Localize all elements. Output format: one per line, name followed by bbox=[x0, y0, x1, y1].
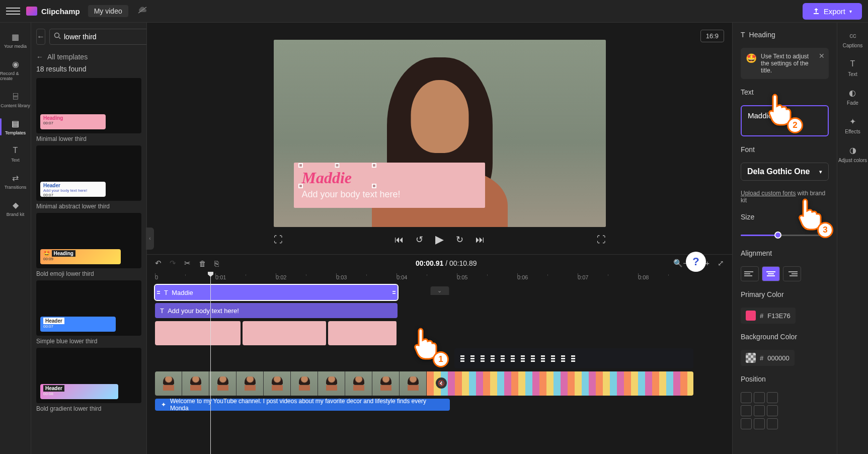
text-icon: T bbox=[741, 31, 745, 39]
captions-icon: ㏄ bbox=[847, 30, 858, 41]
search-icon bbox=[54, 32, 61, 41]
template-card[interactable]: Heading00:07 Minimal lower third bbox=[36, 78, 141, 142]
svg-rect-0 bbox=[814, 13, 819, 14]
template-card[interactable]: HeaderAdd your body text here!00:07 Mini… bbox=[36, 145, 141, 210]
font-label: Font bbox=[741, 145, 829, 154]
rail-your-media[interactable]: ▦Your media bbox=[0, 27, 31, 54]
preview-canvas[interactable]: Maddie Add your body text here! bbox=[274, 40, 606, 227]
breadcrumb-all-templates[interactable]: ← All templates bbox=[31, 51, 146, 65]
undo-icon[interactable]: ↶ bbox=[155, 259, 162, 268]
primary-color-label: Primary Color bbox=[741, 290, 829, 298]
position-grid[interactable] bbox=[741, 392, 829, 429]
close-icon[interactable]: ✕ bbox=[819, 52, 825, 60]
alignment-label: Alignment bbox=[741, 249, 829, 257]
text-icon: T bbox=[847, 58, 858, 69]
pos-bc[interactable] bbox=[754, 418, 765, 429]
rewind-icon[interactable]: ↺ bbox=[416, 234, 423, 245]
rail-fade[interactable]: ◐Fade bbox=[847, 87, 858, 106]
cut-icon[interactable]: ✂ bbox=[184, 259, 191, 268]
forward-icon[interactable]: ↻ bbox=[456, 234, 463, 245]
rail-templates[interactable]: ▤Templates bbox=[0, 113, 31, 140]
timeline-timecode: 00:00.91 / 00:10.89 bbox=[416, 259, 477, 267]
video-track[interactable]: 🔇 bbox=[155, 371, 693, 396]
pos-br[interactable] bbox=[767, 418, 778, 429]
selection-handles[interactable] bbox=[301, 166, 374, 186]
project-title[interactable]: My video bbox=[88, 5, 128, 17]
delete-icon[interactable]: 🗑 bbox=[199, 259, 206, 268]
clip-resize-right[interactable] bbox=[392, 287, 396, 298]
text-track-maddie[interactable]: T Maddie bbox=[155, 285, 398, 300]
timeline[interactable]: 00:010:020:030:040:050:060:070:08 T Madd… bbox=[147, 272, 732, 454]
collapse-sidebar-toggle[interactable]: ‹ bbox=[146, 228, 154, 250]
rail-adjust[interactable]: ◑Adjust colors bbox=[838, 144, 867, 163]
slider-thumb[interactable] bbox=[774, 232, 781, 239]
align-right[interactable] bbox=[783, 266, 801, 281]
zoom-out-icon[interactable]: 🔍− bbox=[673, 259, 687, 268]
split-icon[interactable]: ⎘ bbox=[214, 259, 219, 268]
template-card[interactable]: 🤩 Heading00:09 Bold emoji lower third bbox=[36, 213, 141, 277]
pos-mc[interactable] bbox=[754, 405, 765, 416]
rail-text[interactable]: TText bbox=[0, 140, 31, 168]
media-icon: ▦ bbox=[11, 32, 21, 42]
align-left[interactable] bbox=[741, 266, 759, 281]
pos-mr[interactable] bbox=[767, 405, 778, 416]
redo-icon[interactable]: ↷ bbox=[170, 259, 176, 268]
font-select[interactable]: Dela Gothic One ▾ bbox=[741, 163, 829, 181]
template-card[interactable]: Header00:07 Simple blue lower third bbox=[36, 280, 141, 345]
mute-icon[interactable]: 🔇 bbox=[436, 377, 447, 389]
crop-icon[interactable]: ⛶ bbox=[274, 235, 283, 245]
primary-color-picker[interactable]: #F13E76 bbox=[741, 308, 796, 324]
align-center[interactable] bbox=[762, 266, 780, 281]
app-logo[interactable]: Clipchamp bbox=[26, 7, 80, 16]
upload-fonts-link[interactable]: Upload custom fonts with brand kit bbox=[741, 190, 829, 204]
transparent-swatch bbox=[746, 353, 756, 363]
audio-track[interactable] bbox=[454, 348, 693, 368]
shape-track[interactable] bbox=[155, 321, 398, 345]
menu-hamburger[interactable] bbox=[6, 4, 20, 18]
text-icon: T bbox=[11, 145, 21, 156]
panel-heading: T Heading bbox=[741, 31, 829, 39]
search-box[interactable] bbox=[49, 29, 147, 45]
export-button[interactable]: Export ▾ bbox=[803, 3, 862, 20]
playhead[interactable] bbox=[210, 272, 211, 454]
fade-icon: ◐ bbox=[847, 87, 858, 98]
search-input[interactable] bbox=[64, 33, 147, 41]
pos-tl[interactable] bbox=[741, 392, 752, 403]
aspect-ratio[interactable]: 16:9 bbox=[700, 30, 724, 42]
play-icon[interactable]: ▶ bbox=[435, 233, 444, 246]
fullscreen-icon[interactable]: ⛶ bbox=[597, 235, 606, 245]
rail-record[interactable]: ◉Record & create bbox=[0, 54, 31, 86]
rail-content[interactable]: ⌸Content library bbox=[0, 86, 31, 113]
back-button[interactable]: ← bbox=[36, 29, 45, 45]
clip-resize-left[interactable] bbox=[157, 287, 160, 298]
upload-icon bbox=[813, 8, 820, 15]
emoji-icon: 🤩 bbox=[746, 53, 757, 74]
templates-icon: ▤ bbox=[11, 118, 21, 128]
skip-end-icon[interactable]: ⏭ bbox=[476, 235, 485, 245]
bg-color-picker[interactable]: #000000 bbox=[741, 350, 795, 366]
skip-start-icon[interactable]: ⏮ bbox=[394, 235, 404, 245]
pos-ml[interactable] bbox=[741, 405, 752, 416]
pos-tr[interactable] bbox=[767, 392, 778, 403]
templates-sidebar: ← ← All templates 18 results found Headi… bbox=[31, 23, 147, 454]
template-card[interactable]: Header00:08 Bold gradient lower third bbox=[36, 348, 141, 412]
rail-brand[interactable]: ◆Brand kit bbox=[0, 195, 31, 222]
rail-transitions[interactable]: ⇄Transitions bbox=[0, 168, 31, 195]
size-slider[interactable] bbox=[741, 230, 829, 240]
help-button[interactable]: ? bbox=[686, 252, 706, 272]
zoom-fit-icon[interactable]: ⤢ bbox=[718, 259, 724, 268]
rail-captions[interactable]: ㏄Captions bbox=[843, 30, 862, 48]
caption-track[interactable]: ✦ Welcome to my YouTube channel. I post … bbox=[155, 399, 450, 411]
left-nav-rail: ▦Your media ◉Record & create ⌸Content li… bbox=[0, 23, 31, 454]
text-input[interactable]: Maddie bbox=[741, 105, 829, 136]
chevron-down-icon: ▾ bbox=[819, 169, 822, 175]
color-swatch bbox=[746, 311, 756, 321]
rail-text-props[interactable]: TText bbox=[847, 58, 858, 77]
pos-bl[interactable] bbox=[741, 418, 752, 429]
properties-panel: T Heading 🤩 Use Text to adjust the setti… bbox=[732, 23, 837, 454]
timeline-ruler[interactable]: 00:010:020:030:040:050:060:070:08 bbox=[155, 272, 732, 283]
rail-effects[interactable]: ✦Effects bbox=[845, 116, 860, 134]
pos-tc[interactable] bbox=[754, 392, 765, 403]
adjust-icon: ◑ bbox=[847, 144, 858, 156]
text-track-body[interactable]: T Add your body text here! bbox=[155, 303, 398, 318]
